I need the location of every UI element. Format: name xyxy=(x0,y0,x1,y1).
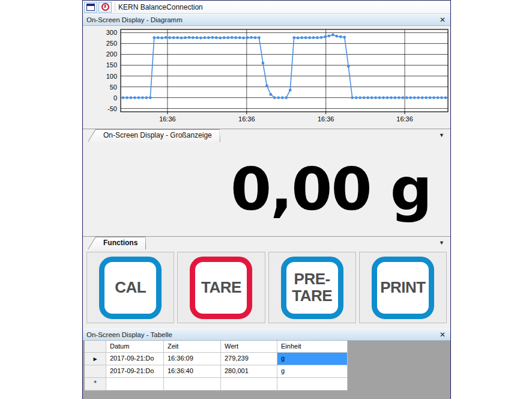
data-point-marker xyxy=(168,36,171,39)
function-button-tare[interactable]: TARE xyxy=(190,257,252,319)
chevron-down-icon[interactable]: ▼ xyxy=(439,132,444,138)
data-point-marker xyxy=(417,96,420,99)
data-grid: DatumZeitWertEinheit▶2017-09-21:Do16:36:… xyxy=(85,341,348,391)
data-point-marker xyxy=(207,36,210,39)
data-point-marker xyxy=(141,96,144,99)
table-cell[interactable]: 2017-09-21:Do xyxy=(106,365,164,378)
data-point-marker xyxy=(130,96,133,99)
column-header-wert[interactable]: Wert xyxy=(221,341,277,353)
data-point-marker xyxy=(211,36,214,39)
data-point-marker xyxy=(366,96,369,99)
titlebar-separator xyxy=(115,2,115,12)
data-point-marker xyxy=(393,96,396,99)
data-point-marker xyxy=(390,96,393,99)
window-icon xyxy=(86,4,95,11)
new-row-icon: * xyxy=(94,379,97,388)
current-row-indicator[interactable]: ▶ xyxy=(85,353,106,365)
data-point-marker xyxy=(331,34,334,37)
data-point-marker xyxy=(308,36,311,39)
new-row-indicator[interactable]: * xyxy=(85,378,106,391)
x-tick-label: 16:36 xyxy=(238,115,255,123)
chevron-down-icon[interactable]: ▼ xyxy=(439,240,444,246)
table-cell[interactable]: 16:36:09 xyxy=(164,353,221,365)
grossanzeige-display: 0,00 g xyxy=(83,142,450,236)
table-cell-selected[interactable]: g xyxy=(277,353,348,365)
data-point-marker xyxy=(304,36,307,39)
diagram-chart: 300250200150100500-5016:3616:3616:3616:3… xyxy=(83,26,450,129)
function-button-cell: PRE-TARE xyxy=(268,252,356,323)
y-tick-label: -50 xyxy=(107,105,117,112)
table-cell[interactable]: 279,239 xyxy=(221,353,277,365)
function-button-cell: PRINT xyxy=(359,252,447,323)
data-point-marker xyxy=(351,96,354,99)
data-point-marker xyxy=(397,96,401,99)
y-tick-label: 300 xyxy=(106,29,117,36)
tabelle-panel-title: On-Screen Display - Tabelle xyxy=(86,331,438,338)
data-point-marker xyxy=(300,36,303,39)
table-cell[interactable]: 2017-09-21:Do xyxy=(106,353,164,365)
y-tick-label: 250 xyxy=(106,40,117,47)
tab-grossanzeige[interactable]: On-Screen Display - Großanzeige xyxy=(88,129,220,142)
app-window: KERN BalanceConnection On-Screen Display… xyxy=(82,0,451,399)
data-point-marker xyxy=(262,61,265,64)
data-point-marker xyxy=(133,96,136,99)
diagramm-panel-header: On-Screen Display - Diagramm ✕ xyxy=(83,14,450,26)
table-cell[interactable] xyxy=(106,378,164,391)
x-tick-label: 16:36 xyxy=(396,115,413,123)
function-button-pre-tare[interactable]: PRE-TARE xyxy=(281,257,343,319)
table-cell[interactable] xyxy=(277,378,348,391)
function-button-cal[interactable]: CAL xyxy=(99,257,162,319)
row-selector[interactable] xyxy=(85,365,106,378)
data-point-marker xyxy=(180,37,183,40)
data-point-marker xyxy=(157,36,160,39)
y-tick-label: 0 xyxy=(113,94,117,102)
disconnect-button[interactable] xyxy=(98,2,112,13)
function-button-label: PRINT xyxy=(380,279,426,296)
y-tick-label: 50 xyxy=(110,84,117,91)
function-button-print[interactable]: PRINT xyxy=(372,257,434,319)
column-header-zeit[interactable]: Zeit xyxy=(164,341,221,353)
data-point-marker xyxy=(215,36,218,39)
app-title: KERN BalanceConnection xyxy=(118,3,203,11)
data-point-marker xyxy=(281,96,284,99)
function-button-label: TARE xyxy=(201,279,241,296)
window-menu-button[interactable] xyxy=(84,2,97,13)
table-cell[interactable]: 280,001 xyxy=(221,365,277,378)
data-point-marker xyxy=(203,36,206,39)
data-point-marker xyxy=(429,96,432,99)
column-header-einheit[interactable]: Einheit xyxy=(277,341,348,353)
data-point-marker xyxy=(254,36,257,39)
data-point-marker xyxy=(289,89,292,92)
table-cell[interactable] xyxy=(221,378,277,391)
data-point-marker xyxy=(172,36,175,39)
close-icon[interactable]: ✕ xyxy=(438,16,447,23)
data-point-marker xyxy=(292,36,295,39)
table-cell[interactable]: 16:36:40 xyxy=(164,365,221,378)
tabelle-section: DatumZeitWertEinheit▶2017-09-21:Do16:36:… xyxy=(83,341,450,399)
row-selector-header xyxy=(85,341,106,353)
table-row: ▶2017-09-21:Do16:36:09279,239g xyxy=(85,353,348,365)
function-button-cell: CAL xyxy=(86,252,174,323)
close-icon[interactable]: ✕ xyxy=(438,331,447,338)
table-cell[interactable] xyxy=(164,378,221,391)
data-point-marker xyxy=(153,36,156,39)
data-point-marker xyxy=(269,93,272,96)
data-point-marker xyxy=(192,36,195,39)
data-point-marker xyxy=(370,96,373,99)
table-cell[interactable]: g xyxy=(277,365,348,378)
x-tick-label: 16:36 xyxy=(318,115,334,123)
data-point-marker xyxy=(223,36,226,39)
column-header-datum[interactable]: Datum xyxy=(106,341,164,353)
function-button-cell: TARE xyxy=(177,252,265,323)
data-point-marker xyxy=(137,96,140,99)
functions-buttons-row: CALTAREPRE-TAREPRINT xyxy=(83,249,450,326)
data-point-marker xyxy=(231,36,234,39)
tab-functions-label: Functions xyxy=(88,237,146,247)
data-point-marker xyxy=(413,96,416,99)
tab-functions[interactable]: Functions xyxy=(88,237,146,249)
data-point-marker xyxy=(425,96,428,99)
data-point-marker xyxy=(277,96,280,99)
data-point-marker xyxy=(316,36,319,39)
data-point-marker xyxy=(328,34,331,37)
data-point-marker xyxy=(437,96,440,99)
